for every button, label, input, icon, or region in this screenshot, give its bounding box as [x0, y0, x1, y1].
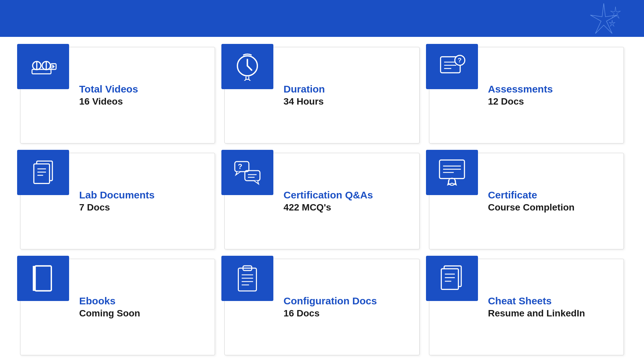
- card-text-ebooks: Ebooks Coming Soon: [69, 295, 140, 319]
- svg-text:?: ?: [238, 162, 242, 171]
- star-decoration: [584, 2, 624, 39]
- feature-card-total-videos: Total Videos 16 Videos: [20, 47, 215, 143]
- card-subtitle-assessments: 12 Docs: [488, 96, 553, 107]
- book-icon: [17, 256, 69, 301]
- card-text-assessments: Assessments 12 Docs: [478, 83, 553, 107]
- feature-card-certification-qas: ? Certification Q&As 422 MCQ's: [224, 153, 419, 249]
- svg-line-8: [244, 79, 246, 81]
- feature-card-ebooks: Ebooks Coming Soon: [20, 259, 215, 355]
- card-subtitle-certification-qas: 422 MCQ's: [283, 202, 373, 213]
- svg-rect-4: [32, 69, 51, 74]
- card-title-certification-qas: Certification Q&As: [283, 189, 373, 201]
- card-text-lab-documents: Lab Documents 7 Docs: [69, 189, 155, 213]
- card-text-cheat-sheets: Cheat Sheets Resume and LinkedIn: [478, 295, 585, 319]
- svg-rect-42: [441, 269, 458, 290]
- feature-card-cheat-sheets: Cheat Sheets Resume and LinkedIn: [429, 259, 624, 355]
- card-subtitle-cheat-sheets: Resume and LinkedIn: [488, 308, 585, 319]
- svg-rect-23: [245, 171, 260, 181]
- card-subtitle-ebooks: Coming Soon: [79, 308, 140, 319]
- feature-card-duration: Duration 34 Hours: [224, 47, 419, 143]
- feature-card-certificate: Certificate Course Completion: [429, 153, 624, 249]
- card-subtitle-duration: 34 Hours: [283, 96, 325, 107]
- card-text-duration: Duration 34 Hours: [273, 83, 325, 107]
- page-header: [0, 0, 644, 37]
- card-text-total-videos: Total Videos 16 Videos: [69, 83, 138, 107]
- card-title-assessments: Assessments: [488, 83, 553, 95]
- card-text-certificate: Certificate Course Completion: [478, 189, 575, 213]
- svg-line-9: [249, 79, 251, 81]
- features-grid: Total Videos 16 Videos Duration 34 Hours: [0, 37, 644, 362]
- clipboard-icon: [221, 256, 273, 301]
- svg-text:?: ?: [458, 57, 462, 64]
- documents-icon: [17, 150, 69, 195]
- card-title-lab-documents: Lab Documents: [79, 189, 155, 201]
- card-title-duration: Duration: [283, 83, 325, 95]
- assessment-icon: ?: [426, 44, 478, 89]
- card-text-configuration-docs: Configuration Docs 16 Docs: [273, 295, 377, 319]
- certificate-icon: [426, 150, 478, 195]
- feature-card-assessments: ? Assessments 12 Docs: [429, 47, 624, 143]
- card-title-ebooks: Ebooks: [79, 295, 140, 307]
- card-title-certificate: Certificate: [488, 189, 575, 201]
- card-title-configuration-docs: Configuration Docs: [283, 295, 377, 307]
- card-subtitle-total-videos: 16 Videos: [79, 96, 138, 107]
- feature-card-lab-documents: Lab Documents 7 Docs: [20, 153, 215, 249]
- card-title-total-videos: Total Videos: [79, 83, 138, 95]
- svg-rect-35: [238, 268, 257, 291]
- svg-rect-31: [35, 266, 51, 291]
- svg-marker-6: [52, 64, 55, 69]
- svg-rect-17: [34, 164, 50, 183]
- feature-card-configuration-docs: Configuration Docs 16 Docs: [224, 259, 419, 355]
- svg-rect-33: [35, 266, 51, 291]
- sheets-icon: [426, 256, 478, 301]
- qa-icon: ?: [221, 150, 273, 195]
- card-subtitle-lab-documents: 7 Docs: [79, 202, 155, 213]
- card-subtitle-configuration-docs: 16 Docs: [283, 308, 377, 319]
- card-title-cheat-sheets: Cheat Sheets: [488, 295, 585, 307]
- card-text-certification-qas: Certification Q&As 422 MCQ's: [273, 189, 373, 213]
- video-icon: [17, 44, 69, 89]
- card-subtitle-certificate: Course Completion: [488, 202, 575, 213]
- clock-icon: [221, 44, 273, 89]
